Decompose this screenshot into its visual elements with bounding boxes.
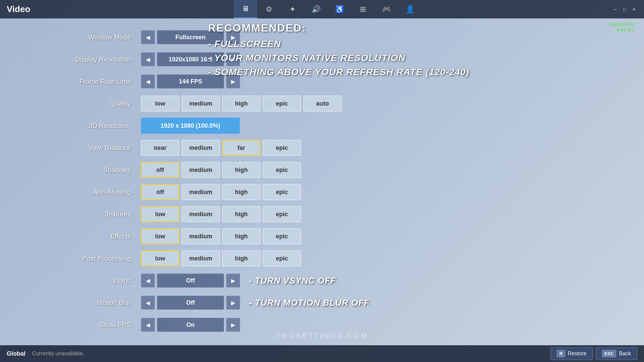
- textures-low[interactable]: low: [141, 206, 179, 222]
- shadows-epic[interactable]: epic: [263, 162, 301, 178]
- nav-accessibility[interactable]: ♿: [328, 0, 351, 18]
- display-resolution-next[interactable]: ▶: [226, 52, 240, 66]
- quality-low[interactable]: low: [141, 96, 179, 112]
- bottom-section: Global: [7, 350, 25, 357]
- effects-label: Effects: [34, 233, 141, 240]
- display-resolution-label: Display Resolution: [34, 56, 141, 63]
- view-distance-row: View Distance near medium far epic: [34, 139, 610, 157]
- vsync-annotation: - TURN VSYNC OFF: [249, 276, 336, 286]
- display-resolution-value: 644x362 16:9: [157, 52, 224, 66]
- display-resolution-row: Display Resolution ◀ 644x362 16:9 ▶: [34, 51, 610, 68]
- effects-row: Effects low medium high epic: [34, 228, 610, 245]
- close-button[interactable]: ×: [631, 6, 637, 13]
- view-far[interactable]: far: [222, 140, 261, 156]
- pp-medium[interactable]: medium: [181, 250, 220, 266]
- effects-high[interactable]: high: [222, 228, 261, 244]
- post-processing-row: Post Processing low medium high epic: [34, 250, 610, 267]
- minimize-button[interactable]: −: [612, 6, 619, 13]
- quality-epic[interactable]: epic: [263, 96, 301, 112]
- nav-account[interactable]: 👤: [398, 0, 422, 18]
- window-mode-label: Window Mode: [34, 34, 141, 41]
- show-fps-next[interactable]: ▶: [226, 318, 240, 332]
- display-resolution-prev[interactable]: ◀: [141, 52, 155, 66]
- textures-buttons: low medium high epic: [141, 206, 301, 222]
- bottom-buttons: R Restore ESC Back: [550, 347, 637, 360]
- textures-epic[interactable]: epic: [263, 206, 301, 222]
- main-content: Window Mode ◀ Fullscreen ▶ Display Resol…: [0, 18, 644, 345]
- show-fps-prev[interactable]: ◀: [141, 318, 155, 332]
- back-label: Back: [619, 351, 631, 357]
- frame-rate-prev[interactable]: ◀: [141, 74, 155, 88]
- effects-buttons: low medium high epic: [141, 228, 301, 244]
- effects-medium[interactable]: medium: [181, 228, 220, 244]
- quality-row: Quality low medium high epic auto: [34, 95, 610, 112]
- aa-high[interactable]: high: [222, 184, 261, 200]
- window-mode-next[interactable]: ▶: [226, 30, 240, 44]
- textures-medium[interactable]: medium: [181, 206, 220, 222]
- back-button[interactable]: ESC Back: [596, 347, 637, 360]
- nav-controller[interactable]: 🎮: [375, 0, 398, 18]
- window-mode-prev[interactable]: ◀: [141, 30, 155, 44]
- view-near[interactable]: near: [141, 140, 179, 156]
- aa-epic[interactable]: epic: [263, 184, 301, 200]
- aa-medium[interactable]: medium: [181, 184, 220, 200]
- title-bar: Video 🖥 ⚙ ✦ 🔊 ♿ ⊞ 🎮 👤 − □ ×: [0, 0, 644, 18]
- restore-label: Restore: [568, 351, 587, 357]
- view-epic[interactable]: epic: [263, 140, 301, 156]
- vsync-value: Off: [157, 274, 224, 288]
- effects-low[interactable]: low: [141, 228, 179, 244]
- vsync-control: ◀ Off ▶ - TURN VSYNC OFF: [141, 274, 336, 288]
- frame-rate-value: 144 FPS: [157, 74, 224, 88]
- resolution-3d-label: 3D Resolution: [34, 122, 141, 130]
- vsync-row: Vsync ◀ Off ▶ - TURN VSYNC OFF: [34, 272, 610, 289]
- shadows-label: Shadows: [34, 166, 141, 174]
- effects-epic[interactable]: epic: [263, 228, 301, 244]
- nav-brightness[interactable]: ✦: [281, 0, 304, 18]
- resolution-3d-row: 3D Resolution 644 x 362 (100.0%): [34, 117, 610, 134]
- shadows-medium[interactable]: medium: [181, 162, 220, 178]
- back-key: ESC: [602, 350, 616, 357]
- motion-blur-prev[interactable]: ◀: [141, 296, 155, 310]
- motion-blur-value: Off: [157, 296, 224, 310]
- quality-medium[interactable]: medium: [181, 96, 220, 112]
- show-fps-value: On: [157, 318, 224, 332]
- window-mode-row: Window Mode ◀ Fullscreen ▶: [34, 28, 610, 46]
- nav-monitor[interactable]: 🖥: [234, 0, 257, 18]
- pp-high[interactable]: high: [222, 250, 261, 266]
- frame-rate-row: Frame Rate Limit ◀ 144 FPS ▶: [34, 73, 610, 90]
- pp-low[interactable]: low: [141, 250, 179, 266]
- anti-aliasing-label: Anti-Aliasing: [34, 188, 141, 196]
- anti-aliasing-buttons: off medium high epic: [141, 184, 301, 200]
- vsync-prev[interactable]: ◀: [141, 274, 155, 288]
- motion-blur-label: Motion Blur: [34, 299, 141, 307]
- shadows-high[interactable]: high: [222, 162, 261, 178]
- show-fps-row: Show FPS ◀ On ▶: [34, 316, 610, 334]
- window-mode-value: Fullscreen: [157, 30, 224, 44]
- vsync-next[interactable]: ▶: [226, 274, 240, 288]
- bottom-bar: Global Currently unavailable. R Restore …: [0, 345, 644, 362]
- shadows-off[interactable]: off: [141, 162, 179, 178]
- nav-input[interactable]: ⊞: [351, 0, 375, 18]
- quality-buttons: low medium high epic auto: [141, 96, 342, 112]
- nav-settings[interactable]: ⚙: [257, 0, 281, 18]
- nav-audio[interactable]: 🔊: [304, 0, 328, 18]
- aa-off[interactable]: off: [141, 184, 179, 200]
- bottom-status: Currently unavailable.: [32, 351, 84, 357]
- show-fps-label: Show FPS: [34, 321, 141, 329]
- restore-button[interactable]: R Restore: [550, 347, 593, 360]
- pp-epic[interactable]: epic: [263, 250, 301, 266]
- view-medium[interactable]: medium: [181, 140, 220, 156]
- motion-blur-next[interactable]: ▶: [226, 296, 240, 310]
- resolution-3d-value: 644 x 362 (100.0%): [141, 118, 240, 134]
- frame-rate-control: ◀ 144 FPS ▶: [141, 74, 240, 88]
- nav-icons: 🖥 ⚙ ✦ 🔊 ♿ ⊞ 🎮 👤: [44, 0, 612, 18]
- shadows-row: Shadows off medium high epic: [34, 161, 610, 179]
- quality-auto[interactable]: auto: [303, 96, 342, 112]
- maximize-button[interactable]: □: [621, 6, 628, 13]
- frame-rate-next[interactable]: ▶: [226, 74, 240, 88]
- post-processing-label: Post Processing: [34, 255, 141, 262]
- textures-high[interactable]: high: [222, 206, 261, 222]
- view-distance-buttons: near medium far epic: [141, 140, 301, 156]
- quality-high[interactable]: high: [222, 96, 261, 112]
- window-mode-control: ◀ Fullscreen ▶: [141, 30, 240, 44]
